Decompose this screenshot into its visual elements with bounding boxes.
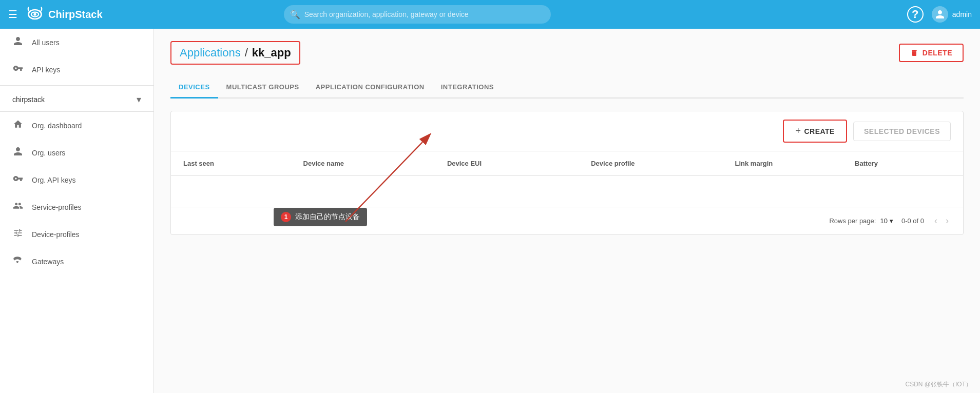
help-button[interactable]: ? [907,6,924,23]
rows-select[interactable]: 10 ▾ [880,217,893,225]
chevron-down-icon: ▾ [137,94,141,105]
header-right: ? admin [907,6,972,23]
user-icon [12,36,24,49]
sidebar-item-org-users-label: Org. users [32,149,65,157]
delete-button[interactable]: DELETE [899,44,964,62]
layout: All users API keys chirpstack ▾ Org. das… [0,29,980,393]
tab-multicast-groups[interactable]: MULTICAST GROUPS [218,77,308,99]
wifi-icon [12,255,24,268]
sidebar: All users API keys chirpstack ▾ Org. das… [0,29,154,393]
search-icon: 🔍 [290,10,300,19]
col-battery: Battery [855,160,951,167]
logo-text: ChirpStack [48,9,103,21]
username-label: admin [952,10,972,18]
tabs: DEVICES MULTICAST GROUPS APPLICATION CON… [170,77,964,99]
breadcrumb-current: kk_app [252,46,291,60]
sidebar-item-org-dashboard-label: Org. dashboard [32,122,82,130]
action-bar: + CREATE SELECTED DEVICES [171,111,963,151]
search-box: 🔍 [284,5,551,24]
menu-icon[interactable]: ☰ [8,8,17,21]
sidebar-item-all-users-label: All users [32,38,60,47]
sidebar-item-gateways-label: Gateways [32,258,64,266]
sidebar-item-service-profiles-label: Service-profiles [32,203,81,211]
sidebar-item-org-dashboard[interactable]: Org. dashboard [0,112,153,139]
svg-point-2 [33,13,36,15]
selected-devices-button[interactable]: SELECTED DEVICES [853,122,951,141]
content-card: + CREATE SELECTED DEVICES Last seen Devi… [170,111,964,235]
sidebar-item-org-api-keys-label: Org. API keys [32,176,76,184]
rows-per-page-label: Rows per page: [829,217,876,225]
col-device-eui: Device EUI [447,160,591,167]
sidebar-item-service-profiles[interactable]: Service-profiles [0,193,153,221]
sidebar-item-device-profiles[interactable]: Device-profiles [0,221,153,248]
user-menu[interactable]: admin [932,6,972,23]
col-last-seen: Last seen [183,160,303,167]
sidebar-item-api-keys[interactable]: API keys [0,56,153,83]
table-header: Last seen Device name Device EUI Device … [171,151,963,176]
tune-icon [12,228,24,241]
tooltip: 1 添加自己的节点设备 [274,208,367,226]
tab-integrations[interactable]: INTEGRATIONS [433,77,502,99]
tab-application-configuration[interactable]: APPLICATION CONFIGURATION [308,77,433,99]
delete-label: DELETE [923,49,952,57]
org-selector[interactable]: chirpstack ▾ [0,88,153,112]
tooltip-text: 添加自己的节点设备 [295,212,360,222]
header: ☰ ChirpStack 🔍 ? admin [0,0,980,29]
avatar [932,6,948,23]
plus-icon: + [795,126,801,136]
chirpstack-logo [26,5,44,24]
col-device-profile: Device profile [591,160,735,167]
sidebar-item-gateways[interactable]: Gateways [0,248,153,275]
sidebar-item-org-users[interactable]: Org. users [0,139,153,166]
col-link-margin: Link margin [735,160,855,167]
key-icon [12,63,24,76]
group-icon [12,201,24,213]
home-icon [12,119,24,132]
prev-page-button[interactable]: ‹ [932,213,939,228]
sidebar-item-org-api-keys[interactable]: Org. API keys [0,166,153,193]
chevron-rows-icon: ▾ [890,217,893,225]
breadcrumb-separator: / [245,46,248,60]
org-name: chirpstack [12,95,132,104]
create-button[interactable]: + CREATE [785,122,845,141]
sidebar-item-api-keys-label: API keys [32,66,60,74]
pagination-nav: ‹ › [932,213,951,228]
watermark: CSDN @张铁牛（IOT） [905,380,972,389]
sidebar-item-all-users[interactable]: All users [0,29,153,56]
create-label: CREATE [804,127,835,135]
col-device-name: Device name [303,160,447,167]
tooltip-number: 1 [281,212,291,222]
main-content: Applications / kk_app DELETE DEVICES MUL… [154,29,980,393]
table-body [171,176,963,207]
tab-devices[interactable]: DEVICES [170,77,218,99]
breadcrumb-box: Applications / kk_app [170,41,300,65]
breadcrumb-applications-link[interactable]: Applications [180,46,241,60]
user-icon-2 [12,146,24,159]
logo-area: ChirpStack [26,5,103,24]
key-icon-2 [12,173,24,186]
pagination-info: 0-0 of 0 [901,217,924,225]
rows-value: 10 [880,217,887,225]
trash-icon [910,49,918,57]
next-page-button[interactable]: › [944,213,951,228]
rows-per-page: Rows per page: 10 ▾ [829,217,893,225]
search-input[interactable] [284,5,551,24]
sidebar-item-device-profiles-label: Device-profiles [32,230,80,239]
sidebar-divider [0,85,153,86]
page-header: Applications / kk_app DELETE [170,41,964,65]
create-button-wrapper: + CREATE [783,120,847,143]
